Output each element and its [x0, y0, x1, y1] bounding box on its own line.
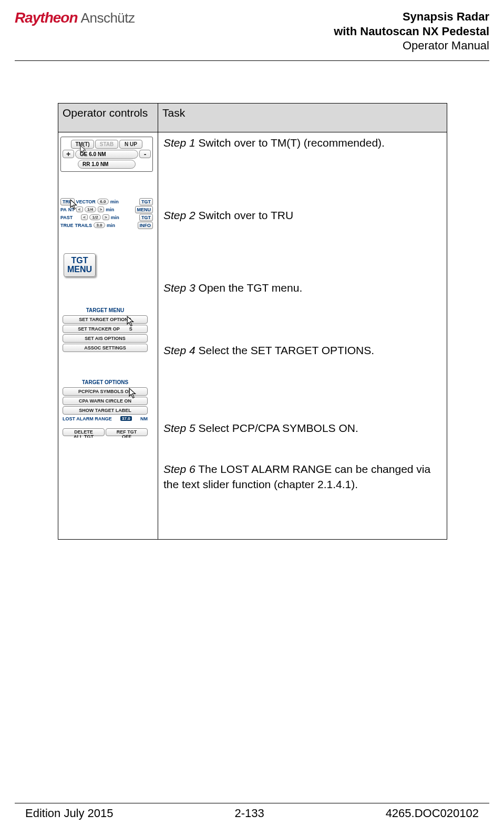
step-3: Step 3 Open the TGT menu.	[163, 281, 441, 295]
trails-label: TRAILS	[75, 223, 92, 228]
set-ais-options-button[interactable]: SET AIS OPTIONS	[63, 334, 148, 343]
target-options-title: TARGET OPTIONS	[60, 378, 150, 386]
controls-cell: TM(T) STAB N UP + GE 6.0 NM - RR 1.0 NM	[58, 132, 158, 539]
step-3-label: Step 3	[163, 282, 196, 294]
info-label: INFO	[138, 222, 153, 229]
step-4-label: Step 4	[163, 344, 196, 356]
content-area: Operator controls Task TM(T) STAB N UP +…	[0, 61, 504, 540]
tracker-label-part: SET TRACKER OP	[78, 326, 120, 332]
tgt-menu-button-widget: TGT MENU	[60, 250, 99, 280]
step-1: Step 1 Switch over to TM(T) (recommended…	[163, 136, 441, 150]
step-2-label: Step 2	[163, 209, 196, 221]
step-6-text: The LOST ALARM RANGE can be changed via …	[163, 463, 430, 490]
trails-value: 3.0	[94, 222, 105, 228]
lost-alarm-unit: NM	[140, 416, 148, 421]
stab-button[interactable]: STAB	[95, 140, 118, 149]
th-task: Task	[158, 103, 447, 132]
set-tracker-options-button[interactable]: SET TRACKER OPS	[63, 325, 148, 333]
doc-title-2: with Nautoscan NX Pedestal	[334, 24, 489, 39]
ref-tgt-button[interactable]: REF TGT OFF	[106, 428, 148, 436]
footer-page: 2-133	[234, 807, 264, 820]
tgt-label: TGT	[139, 198, 153, 205]
vector-value: 6.0	[97, 199, 109, 204]
past-value: 1/2	[89, 214, 101, 220]
step-3-text: Open the TGT menu.	[196, 282, 303, 294]
doc-title-3: Operator Manual	[334, 38, 489, 53]
nup-button[interactable]: N UP	[119, 140, 142, 149]
delete-line1: DELETE	[63, 430, 104, 435]
step-1-label: Step 1	[163, 137, 196, 149]
tgt-menu-button[interactable]: TGT MENU	[64, 253, 96, 277]
true-label: TRUE	[60, 223, 74, 228]
footer-rule	[15, 803, 489, 803]
logo-anschutz: Anschütz	[81, 10, 135, 26]
tgt-line1: TGT	[67, 256, 92, 265]
vector-label: VECTOR	[76, 199, 96, 204]
target-menu-panel: TARGET MENU SET TARGET OPTIONS SET TRACK…	[60, 306, 150, 352]
step-5-text: Select PCP/CPA SYMBOLS ON.	[196, 422, 358, 434]
dec-button[interactable]: <	[76, 207, 83, 212]
procedure-table: Operator controls Task TM(T) STAB N UP +…	[58, 103, 447, 540]
range-display: GE 6.0 NM	[75, 150, 138, 159]
nt-label: NT	[68, 207, 75, 212]
footer-docnum: 4265.DOC020102	[386, 807, 479, 820]
tracker-label-tail: S	[129, 326, 132, 332]
step-4-text: Select the SET TARGET OPTIONS.	[196, 344, 374, 356]
range-minus-button[interactable]: -	[139, 150, 151, 158]
pa-label: PA	[60, 207, 67, 212]
target-options-panel: TARGET OPTIONS PCP/CPA SYMBOLS ON CPA WA…	[60, 378, 150, 436]
doc-title-block: Synapsis Radar with Nautoscan NX Pedesta…	[334, 9, 489, 53]
rr-display: RR 1.0 NM	[78, 160, 136, 169]
min-label-3: min	[111, 215, 119, 220]
step-6: Step 6 The LOST ALARM RANGE can be chang…	[163, 462, 441, 492]
step-5-label: Step 5	[163, 422, 196, 434]
lost-alarm-label: LOST ALARM RANGE	[63, 416, 112, 421]
page-footer: Edition July 2015 2-133 4265.DOC020102	[15, 803, 489, 820]
delete-all-tgt-button[interactable]: DELETE ALL TGT	[63, 428, 105, 436]
ref-line1: REF TGT	[106, 430, 147, 435]
step-2: Step 2 Switch over to TRU	[163, 208, 441, 223]
cpa-warn-circle-button[interactable]: CPA WARN CIRCLE ON	[63, 397, 148, 405]
doc-title-1: Synapsis Radar	[334, 9, 489, 24]
min-label-4: min	[107, 223, 115, 228]
tgt-line2: MENU	[67, 265, 92, 274]
show-target-label-button[interactable]: SHOW TARGET LABEL	[63, 406, 148, 415]
step-2-text: Switch over to TRU	[196, 209, 293, 221]
set-target-options-button[interactable]: SET TARGET OPTIONS	[63, 315, 148, 324]
nt-value: 1/4	[85, 207, 96, 212]
task-cell: Step 1 Switch over to TM(T) (recommended…	[158, 132, 447, 539]
delete-line2: ALL TGT	[63, 435, 104, 438]
tgt-label-2: TGT	[139, 214, 153, 221]
pcp-cpa-symbols-button[interactable]: PCP/CPA SYMBOLS ON	[63, 387, 148, 396]
dec-button-2[interactable]: <	[81, 214, 88, 220]
min-label: min	[110, 199, 119, 204]
footer-edition: Edition July 2015	[25, 807, 114, 820]
vector-panel: TRU VECTOR 6.0 min TGT PA NT < 1/4 > min…	[60, 198, 153, 229]
tru-button[interactable]: TRU	[60, 198, 75, 205]
step-6-label: Step 6	[163, 463, 196, 475]
ref-line2: OFF	[106, 435, 147, 438]
range-panel: TM(T) STAB N UP + GE 6.0 NM - RR 1.0 NM	[60, 137, 153, 172]
logo-raytheon: Raytheon	[15, 9, 78, 26]
range-plus-button[interactable]: +	[63, 150, 74, 158]
inc-button-2[interactable]: >	[102, 214, 109, 220]
logo: Raytheon Anschütz	[15, 9, 135, 26]
past-label: PAST	[60, 215, 73, 220]
lost-alarm-range-row: LOST ALARM RANGE 37.0 NM	[60, 416, 150, 422]
inc-button[interactable]: >	[98, 207, 105, 212]
step-1-text: Switch over to TM(T) (recommended).	[196, 137, 385, 149]
tmt-button[interactable]: TM(T)	[71, 140, 94, 149]
step-5: Step 5 Select PCP/CPA SYMBOLS ON.	[163, 421, 441, 436]
target-menu-title: TARGET MENU	[60, 306, 150, 314]
assoc-settings-button[interactable]: ASSOC SETTINGS	[63, 344, 148, 352]
lost-alarm-value[interactable]: 37.0	[120, 416, 132, 421]
th-controls: Operator controls	[58, 103, 158, 132]
step-4: Step 4 Select the SET TARGET OPTIONS.	[163, 343, 441, 358]
menu-label: MENU	[135, 206, 153, 213]
min-label-2: min	[106, 207, 114, 212]
page-header: Raytheon Anschütz Synapsis Radar with Na…	[0, 0, 504, 58]
